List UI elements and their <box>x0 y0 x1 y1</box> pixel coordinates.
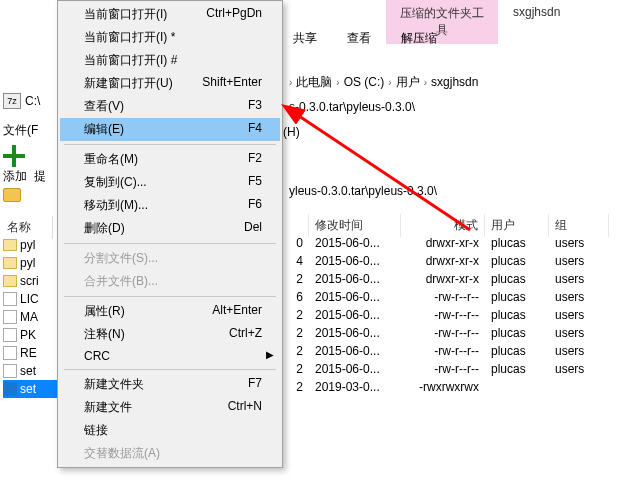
cell-user: plucas <box>485 344 549 358</box>
list-item[interactable]: pyl <box>3 254 58 272</box>
menu-item[interactable]: 编辑(E)F4 <box>60 118 280 141</box>
menu-item[interactable]: CRC▶ <box>60 346 280 366</box>
menu-item-label: 链接 <box>84 422 108 439</box>
menu-item[interactable]: 链接 <box>60 419 280 442</box>
cell-date: 2015-06-0... <box>309 290 401 304</box>
cell-mode: -rw-r--r-- <box>401 308 485 322</box>
menu-item[interactable]: 当前窗口打开(I) * <box>60 26 280 49</box>
list-item-label: MA <box>20 310 38 324</box>
sevenz-menu-file[interactable]: 文件(F <box>3 122 38 139</box>
context-menu: 当前窗口打开(I)Ctrl+PgDn当前窗口打开(I) *当前窗口打开(I) #… <box>57 0 283 468</box>
cell-size: 2 <box>283 272 309 286</box>
menu-item[interactable]: 属性(R)Alt+Enter <box>60 300 280 323</box>
list-item[interactable]: set <box>3 380 58 398</box>
svg-line-0 <box>296 114 470 230</box>
breadcrumb[interactable]: › 此电脑 › OS (C:) › 用户 › sxgjhsdn <box>283 70 629 94</box>
ribbon-extract-button[interactable]: 解压缩 <box>401 30 437 47</box>
table-row[interactable]: 22015-06-0...-rw-r--r--plucasusers <box>283 360 629 378</box>
cell-date: 2015-06-0... <box>309 362 401 376</box>
sevenz-path2: yleus-0.3.0.tar\pyleus-0.3.0\ <box>289 184 437 198</box>
menu-item-shortcut: Del <box>244 220 262 237</box>
plus-icon[interactable] <box>3 145 25 167</box>
chevron-right-icon: › <box>424 77 427 88</box>
cell-mode: drwxr-xr-x <box>401 236 485 250</box>
toolbar-add-label: 添加 <box>3 169 27 183</box>
list-item[interactable]: scri <box>3 272 58 290</box>
chevron-right-icon: › <box>388 77 391 88</box>
list-item[interactable]: MA <box>3 308 58 326</box>
list-item[interactable]: PK <box>3 326 58 344</box>
list-item[interactable]: LIC <box>3 290 58 308</box>
python-icon <box>3 382 17 396</box>
breadcrumb-user[interactable]: sxgjhsdn <box>431 75 478 89</box>
menu-item-label: 当前窗口打开(I) # <box>84 52 177 69</box>
menu-item-label: 新建文件夹 <box>84 376 144 393</box>
file-icon <box>3 292 17 306</box>
menu-item[interactable]: 新建文件夹F7 <box>60 373 280 396</box>
list-item-label: set <box>20 364 36 378</box>
cell-group: users <box>549 326 609 340</box>
cell-mode: drwxr-xr-x <box>401 272 485 286</box>
breadcrumb-thispc[interactable]: 此电脑 <box>296 74 332 91</box>
menu-item-label: 新建文件 <box>84 399 132 416</box>
table-row[interactable]: 22015-06-0...-rw-r--r--plucasusers <box>283 306 629 324</box>
menu-item[interactable]: 复制到(C)...F5 <box>60 171 280 194</box>
menu-item-label: 复制到(C)... <box>84 174 147 191</box>
table-row[interactable]: 62015-06-0...-rw-r--r--plucasusers <box>283 288 629 306</box>
menu-item[interactable]: 新建文件Ctrl+N <box>60 396 280 419</box>
breadcrumb-drive[interactable]: OS (C:) <box>344 75 385 89</box>
ribbon-view-button[interactable]: 查看 <box>347 30 371 47</box>
cell-size: 2 <box>283 362 309 376</box>
table-row[interactable]: 42015-06-0...drwxr-xr-xplucasusers <box>283 252 629 270</box>
table-row[interactable]: 22015-06-0...-rw-r--r--plucasusers <box>283 342 629 360</box>
cell-size: 0 <box>283 236 309 250</box>
sevenz-pathbar[interactable]: s-0.3.0.tar\pyleus-0.3.0\ <box>283 100 629 124</box>
menu-item-label: 重命名(M) <box>84 151 138 168</box>
menu-item[interactable]: 当前窗口打开(I) # <box>60 49 280 72</box>
menu-item-shortcut: F2 <box>248 151 262 168</box>
table-row[interactable]: 22019-03-0...-rwxrwxrwx <box>283 378 629 396</box>
cell-group: users <box>549 236 609 250</box>
menu-item[interactable]: 注释(N)Ctrl+Z <box>60 323 280 346</box>
menu-item[interactable]: 新建窗口打开(U)Shift+Enter <box>60 72 280 95</box>
ribbon-share-button[interactable]: 共享 <box>293 30 317 47</box>
menu-item-label: 属性(R) <box>84 303 125 320</box>
menu-item[interactable]: 当前窗口打开(I)Ctrl+PgDn <box>60 3 280 26</box>
list-item-label: PK <box>20 328 36 342</box>
cell-mode: drwxr-xr-x <box>401 254 485 268</box>
cell-user: plucas <box>485 290 549 304</box>
menu-item[interactable]: 移动到(M)...F6 <box>60 194 280 217</box>
menu-item-label: CRC <box>84 349 110 363</box>
right-file-list: 02015-06-0...drwxr-xr-xplucasusers42015-… <box>283 234 629 396</box>
list-item[interactable]: pyl <box>3 236 58 254</box>
cell-user: plucas <box>485 362 549 376</box>
cell-size: 2 <box>283 326 309 340</box>
ribbon-user: sxgjhsdn <box>513 5 560 19</box>
list-item[interactable]: set <box>3 362 58 380</box>
menu-item-shortcut: F3 <box>248 98 262 115</box>
sevenz-addressbar[interactable] <box>3 188 21 202</box>
cell-mode: -rw-r--r-- <box>401 290 485 304</box>
table-row[interactable]: 02015-06-0...drwxr-xr-xplucasusers <box>283 234 629 252</box>
table-row[interactable]: 22015-06-0...-rw-r--r--plucasusers <box>283 324 629 342</box>
cell-mode: -rwxrwxrwx <box>401 380 485 394</box>
cell-group: users <box>549 308 609 322</box>
menu-item-shortcut: Ctrl+Z <box>229 326 262 343</box>
list-item[interactable]: RE <box>3 344 58 362</box>
list-item-label: set <box>20 382 36 396</box>
file-icon <box>3 364 17 378</box>
cell-size: 2 <box>283 344 309 358</box>
menu-item[interactable]: 重命名(M)F2 <box>60 148 280 171</box>
cell-user: plucas <box>485 272 549 286</box>
cell-date: 2015-06-0... <box>309 254 401 268</box>
breadcrumb-users[interactable]: 用户 <box>396 74 420 91</box>
sevenz-pathbar2[interactable]: yleus-0.3.0.tar\pyleus-0.3.0\ <box>283 184 629 208</box>
menu-item[interactable]: 删除(D)Del <box>60 217 280 240</box>
menu-item-label: 分割文件(S)... <box>84 250 158 267</box>
menu-item-shortcut: Ctrl+PgDn <box>206 6 262 23</box>
table-row[interactable]: 22015-06-0...drwxr-xr-xplucasusers <box>283 270 629 288</box>
menu-item-label: 删除(D) <box>84 220 125 237</box>
list-item-label: scri <box>20 274 39 288</box>
menu-item[interactable]: 查看(V)F3 <box>60 95 280 118</box>
menu-separator <box>64 144 276 145</box>
